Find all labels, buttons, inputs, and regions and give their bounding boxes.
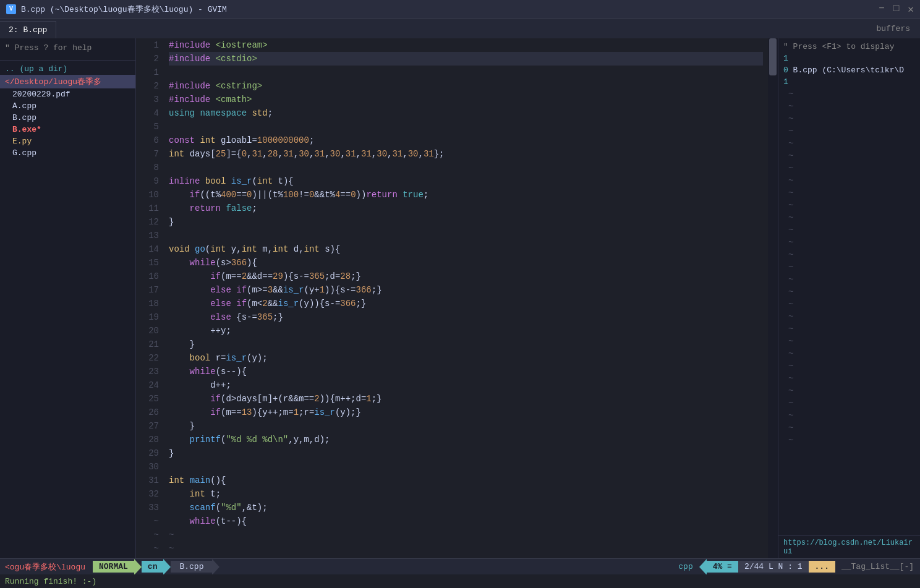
buffer-num-1b: 1 [783, 77, 788, 87]
status-arrow3 [212, 559, 219, 575]
sidebar-item-gcpp[interactable]: G.cpp [0, 147, 135, 159]
buffer-tilde-10: ~ [778, 199, 920, 211]
buffer-item-1: 1 [778, 53, 920, 64]
buffer-tilde-6: ~ [778, 150, 920, 162]
status-filetype: cpp [672, 562, 699, 571]
buffer-tilde-9: ~ [778, 187, 920, 199]
status-tag: __Tag_List__[-] [835, 562, 920, 571]
scrollbar-thumb[interactable] [769, 38, 777, 75]
buffer-tilde-19: ~ [778, 310, 920, 323]
buffer-tilde-21: ~ [778, 335, 920, 347]
status-arrow2 [163, 559, 171, 575]
buffer-tilde-4: ~ [778, 125, 920, 137]
status-lineinfo: 2/44 L N : 1 [738, 561, 809, 573]
titlebar-left: V B.cpp (~\Desktop\luogu春季多校\luogu) - GV… [6, 4, 227, 15]
buffer-tilde-13: ~ [778, 236, 920, 249]
vim-icon: V [6, 4, 16, 14]
buffer-name-0: B.cpp (C:\Users\tclkr\D [793, 66, 904, 75]
sidebar-updir[interactable]: .. (up a dir) [0, 63, 135, 75]
status-cn: cn [142, 561, 164, 573]
buffer-tilde-18: ~ [778, 298, 920, 310]
maximize-button[interactable]: □ [893, 3, 900, 15]
buffer-tilde-11: ~ [778, 211, 920, 224]
buffer-tilde-28: ~ [778, 422, 920, 434]
buffer-tilde-26: ~ [778, 397, 920, 409]
buffer-tilde-3: ~ [778, 113, 920, 125]
buffer-item-0[interactable]: 0 B.cpp (C:\Users\tclkr\D [778, 64, 920, 76]
sidebar-item-bcpp[interactable]: B.cpp [0, 112, 135, 124]
buffer-tilde-27: ~ [778, 409, 920, 422]
main-area: " Press ? for help .. (up a dir) </Deskt… [0, 38, 920, 558]
buffer-tilde-22: ~ [778, 347, 920, 360]
titlebar: V B.cpp (~\Desktop\luogu春季多校\luogu) - GV… [0, 0, 920, 19]
tabbar: 2: B.cpp buffers [0, 19, 920, 38]
buffer-num-0: 0 [783, 66, 793, 75]
right-panel-content: " Press <F1> to display 1 0 B.cpp (C:\Us… [778, 38, 920, 535]
buffer-tilde-5: ~ [778, 137, 920, 150]
status-running-message: Running finish! :-) [5, 577, 96, 586]
status-arrow1 [134, 559, 142, 575]
status-percent-value: 4% [713, 562, 723, 571]
buffer-tilde-20: ~ [778, 323, 920, 335]
status-percent-icon: ≡ [727, 562, 732, 571]
buffer-tilde-24: ~ [778, 372, 920, 385]
status-mode: NORMAL [93, 561, 134, 573]
status-dots: ... [809, 561, 835, 573]
right-panel-url[interactable]: https://blog.csdn.net/Liukairui [778, 535, 920, 558]
buffer-tilde-14: ~ [778, 249, 920, 261]
buffer-item-help: " Press <F1> to display [778, 41, 920, 53]
status-path: <ogu春季多校\luogu [0, 561, 90, 573]
buffer-tilde-15: ~ [778, 261, 920, 273]
buffer-tilde-12: ~ [778, 224, 920, 236]
status-filename: B.cpp [171, 561, 212, 573]
sidebar-item-acpp[interactable]: A.cpp [0, 100, 135, 112]
editor: 1 2 1 2 3 4 5 6 7 8 9 10 11 12 13 14 15 … [136, 38, 768, 558]
buffer-tilde-2: ~ [778, 100, 920, 113]
buffer-tilde-8: ~ [778, 174, 920, 187]
titlebar-title: B.cpp (~\Desktop\luogu春季多校\luogu) - GVIM [21, 4, 227, 15]
buffer-tilde-17: ~ [778, 286, 920, 298]
buffer-tilde-16: ~ [778, 273, 920, 286]
buffer-tilde-29: ~ [778, 434, 920, 446]
statusbar2: Running finish! :-) [0, 574, 920, 588]
status-lineinfo-value: 2/44 [744, 562, 764, 571]
scrollbar[interactable] [768, 38, 778, 558]
tab-bcpp[interactable]: 2: B.cpp [0, 21, 56, 38]
close-button[interactable]: ✕ [908, 3, 914, 15]
right-panel: " Press <F1> to display 1 0 B.cpp (C:\Us… [778, 38, 920, 558]
buffer-tilde-23: ~ [778, 360, 920, 372]
buffer-tilde-1: ~ [778, 88, 920, 100]
sidebar-separator [0, 60, 135, 61]
status-percent: 4% ≡ [707, 561, 738, 573]
status-arrow4 [699, 559, 707, 575]
editor-content[interactable]: 1 2 1 2 3 4 5 6 7 8 9 10 11 12 13 14 15 … [136, 38, 768, 558]
line-numbers: 1 2 1 2 3 4 5 6 7 8 9 10 11 12 13 14 15 … [136, 38, 164, 558]
sidebar: " Press ? for help .. (up a dir) </Deskt… [0, 38, 136, 558]
code-area[interactable]: #include <iostream> #include <cstdio> #i… [164, 38, 768, 558]
sidebar-currentdir[interactable]: </Desktop/luogu春季多 [0, 75, 135, 88]
sidebar-help: " Press ? for help [0, 41, 135, 58]
status-lncol: L N : 1 [769, 562, 803, 571]
buffer-item-1b: 1 [778, 76, 920, 88]
minimize-button[interactable]: − [879, 3, 885, 15]
titlebar-controls[interactable]: − □ ✕ [879, 3, 914, 15]
buffer-tilde-7: ~ [778, 162, 920, 174]
buffer-num-1: 1 [783, 54, 788, 63]
sidebar-item-bexe[interactable]: B.exe* [0, 124, 135, 135]
sidebar-item-epy[interactable]: E.py [0, 135, 135, 147]
tabbar-right: buffers [866, 24, 920, 33]
sidebar-item-pdf[interactable]: 20200229.pdf [0, 88, 135, 100]
buffer-header-text: " Press <F1> to display [783, 42, 894, 51]
statusbar: <ogu春季多校\luogu NORMAL cn B.cpp cpp 4% ≡ … [0, 558, 920, 574]
tabbar-left: 2: B.cpp [0, 21, 56, 38]
buffer-tilde-25: ~ [778, 385, 920, 397]
